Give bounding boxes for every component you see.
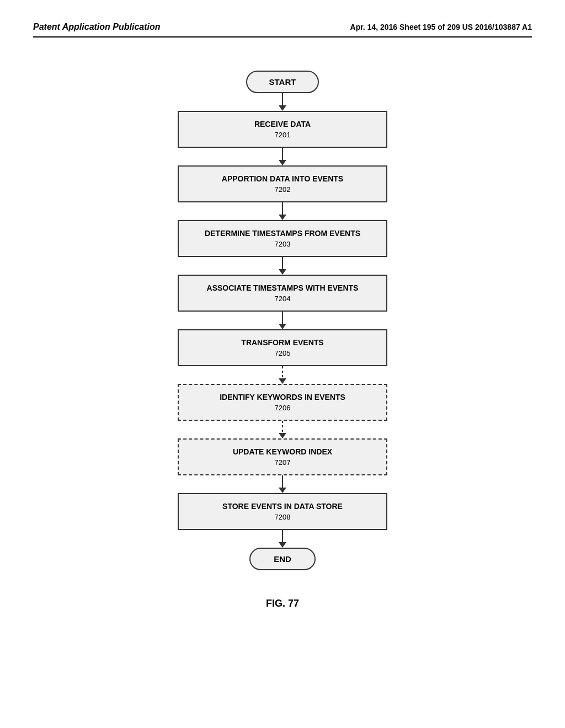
node-7201: RECEIVE DATA 7201: [178, 111, 387, 148]
arrow-head: [279, 542, 286, 548]
arrow-head: [279, 105, 286, 111]
arrow-7: [279, 421, 286, 438]
arrow-head: [279, 433, 286, 438]
arrow-head: [279, 269, 286, 275]
arrow-line: [282, 202, 283, 215]
arrow-line: [282, 530, 283, 542]
arrow-dashed-line: [282, 421, 283, 433]
arrow-line: [282, 257, 283, 269]
arrow-head: [279, 378, 286, 384]
node-end: END: [249, 548, 316, 570]
node-7205: TRANSFORM EVENTS 7205: [178, 329, 387, 366]
arrow-4: [279, 257, 286, 275]
arrow-line: [282, 475, 283, 488]
flowchart: START RECEIVE DATA 7201 APPORTION DATA I…: [33, 71, 532, 570]
arrow-9: [279, 530, 286, 548]
node-7204: ASSOCIATE TIMESTAMPS WITH EVENTS 7204: [178, 275, 387, 312]
header: Patent Application Publication Apr. 14, …: [33, 22, 532, 38]
arrow-head: [279, 215, 286, 220]
arrow-3: [279, 202, 286, 220]
arrow-8: [279, 475, 286, 493]
arrow-head: [279, 160, 286, 165]
node-start: START: [246, 71, 319, 93]
node-7206: IDENTIFY KEYWORDS IN EVENTS 7206: [178, 384, 387, 421]
header-publication-label: Patent Application Publication: [33, 22, 161, 32]
arrow-head: [279, 488, 286, 493]
arrow-line: [282, 93, 283, 105]
arrow-line: [282, 148, 283, 160]
header-date-info: Apr. 14, 2016 Sheet 195 of 209 US 2016/1…: [350, 23, 532, 31]
node-7202: APPORTION DATA INTO EVENTS 7202: [178, 165, 387, 202]
figure-label: FIG. 77: [33, 598, 532, 609]
arrow-dashed-line: [282, 366, 283, 378]
node-7203: DETERMINE TIMESTAMPS FROM EVENTS 7203: [178, 220, 387, 257]
arrow-6: [279, 366, 286, 384]
arrow-1: [279, 93, 286, 111]
page: Patent Application Publication Apr. 14, …: [0, 0, 565, 728]
arrow-5: [279, 312, 286, 329]
node-7207: UPDATE KEYWORD INDEX 7207: [178, 438, 387, 475]
arrow-2: [279, 148, 286, 165]
node-7208: STORE EVENTS IN DATA STORE 7208: [178, 493, 387, 530]
arrow-head: [279, 324, 286, 329]
arrow-line: [282, 312, 283, 324]
